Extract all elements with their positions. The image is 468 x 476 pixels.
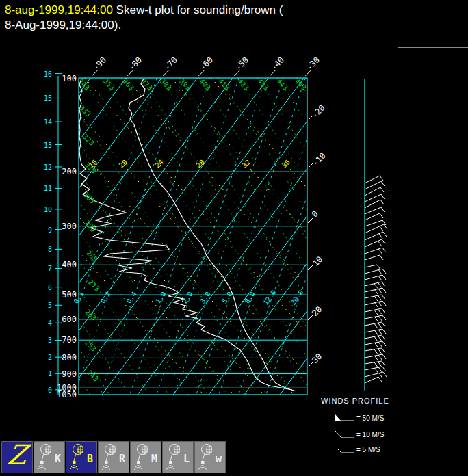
temperature-trace	[129, 79, 296, 391]
app-window: 8-aug-1999,19:44:00 Skew-t plot for soun…	[0, 0, 468, 476]
legend-row-10ms: = 10 M/S	[334, 429, 384, 439]
svg-text:20.0: 20.0	[289, 289, 305, 306]
toolbar-button-w[interactable]: w	[194, 441, 226, 473]
svg-text:-10: -10	[311, 151, 328, 168]
button-letter: M	[151, 453, 157, 465]
svg-text:363: 363	[121, 77, 135, 92]
winds-profile-title: WINDS PROFILE	[321, 397, 389, 405]
svg-text:3: 3	[48, 336, 52, 344]
svg-text:2.0: 2.0	[181, 290, 194, 304]
svg-text:13: 13	[44, 142, 52, 149]
svg-text:-90: -90	[91, 55, 108, 72]
dewpoint-trace	[79, 79, 292, 390]
radiosonde-balloon-icon	[133, 443, 151, 472]
svg-text:300: 300	[62, 222, 77, 231]
svg-text:6: 6	[48, 284, 52, 291]
svg-text:10: 10	[44, 206, 52, 213]
svg-text:100: 100	[62, 74, 77, 83]
svg-text:8: 8	[48, 246, 52, 253]
svg-text:0.2: 0.2	[99, 290, 112, 304]
svg-text:253: 253	[83, 339, 98, 353]
svg-text:373: 373	[140, 77, 154, 92]
svg-text:-70: -70	[162, 55, 179, 72]
svg-text:-80: -80	[127, 55, 144, 72]
button-letter: K	[55, 453, 61, 465]
toolbar-button-k[interactable]: K	[34, 441, 65, 473]
svg-text:1.0: 1.0	[154, 290, 167, 304]
svg-text:200: 200	[62, 167, 77, 176]
svg-text:36: 36	[281, 158, 291, 169]
svg-text:700: 700	[62, 335, 77, 345]
svg-text:800: 800	[62, 353, 77, 362]
legend-row-5ms: = 5 M/S	[334, 445, 380, 454]
svg-text:-20: -20	[310, 103, 327, 120]
zeb-logo: Z	[0, 439, 34, 471]
svg-text:273: 273	[87, 278, 101, 293]
toolbar-button-l[interactable]: L	[162, 441, 194, 473]
full-barb-icon	[334, 429, 354, 439]
svg-text:383: 383	[159, 77, 173, 92]
svg-text:9: 9	[48, 226, 52, 234]
svg-text:433: 433	[256, 77, 270, 92]
radiosonde-balloon-icon	[36, 443, 54, 472]
svg-text:4: 4	[48, 319, 52, 327]
svg-text:10: 10	[311, 254, 324, 268]
svg-text:443: 443	[275, 77, 289, 92]
button-letter: R	[119, 453, 125, 465]
svg-text:1050: 1050	[57, 390, 77, 399]
toolbar: Z K B R M	[1, 441, 226, 473]
svg-text:243: 243	[86, 369, 100, 383]
svg-text:2: 2	[48, 354, 52, 361]
radiosonde-balloon-icon	[68, 443, 86, 472]
svg-text:5: 5	[48, 302, 52, 309]
svg-text:20: 20	[118, 158, 129, 169]
svg-text:1: 1	[48, 370, 52, 378]
svg-text:-50: -50	[233, 55, 250, 72]
svg-text:11: 11	[44, 185, 52, 192]
svg-text:0.4: 0.4	[125, 290, 138, 304]
svg-text:293: 293	[83, 219, 98, 233]
legend-label: = 10 M/S	[356, 431, 384, 438]
svg-text:413: 413	[217, 77, 231, 92]
svg-text:900: 900	[62, 369, 77, 379]
svg-text:28: 28	[195, 158, 206, 169]
skewt-plot: 1002003004005006007008009001000105001234…	[0, 0, 468, 476]
svg-text:400: 400	[62, 260, 77, 269]
svg-text:0: 0	[48, 386, 52, 394]
svg-text:12: 12	[44, 163, 52, 171]
button-letter: L	[183, 453, 190, 465]
svg-text:12.0: 12.0	[262, 289, 278, 306]
radiosonde-balloon-icon	[197, 443, 215, 472]
svg-text:-30: -30	[304, 55, 322, 72]
svg-text:393: 393	[178, 77, 192, 92]
toolbar-button-b[interactable]: B	[66, 441, 97, 473]
svg-text:600: 600	[62, 315, 77, 324]
legend-label: = 5 M/S	[356, 446, 380, 453]
button-letter: B	[87, 453, 93, 465]
svg-text:-60: -60	[198, 55, 215, 72]
svg-text:353: 353	[102, 77, 116, 92]
svg-text:0: 0	[310, 209, 320, 220]
radiosonde-balloon-icon	[165, 443, 183, 472]
svg-text:16: 16	[44, 70, 52, 78]
toolbar-button-r[interactable]: R	[98, 441, 129, 473]
toolbar-button-z[interactable]: Z	[1, 441, 33, 473]
half-barb-icon	[334, 445, 354, 454]
svg-text:263: 263	[83, 308, 98, 322]
svg-text:-40: -40	[269, 55, 286, 72]
toolbar-button-m[interactable]: M	[130, 441, 161, 473]
svg-text:14: 14	[44, 118, 52, 126]
svg-text:8.0: 8.0	[243, 290, 256, 304]
radiosonde-balloon-icon	[101, 443, 118, 472]
svg-text:7: 7	[48, 265, 52, 272]
button-letter: w	[216, 453, 222, 465]
legend-row-50ms: = 50 M/S	[334, 413, 384, 423]
svg-text:403: 403	[198, 77, 212, 92]
svg-text:15: 15	[44, 94, 52, 102]
legend-label: = 50 M/S	[356, 414, 384, 422]
flag-barb-icon	[334, 413, 354, 423]
